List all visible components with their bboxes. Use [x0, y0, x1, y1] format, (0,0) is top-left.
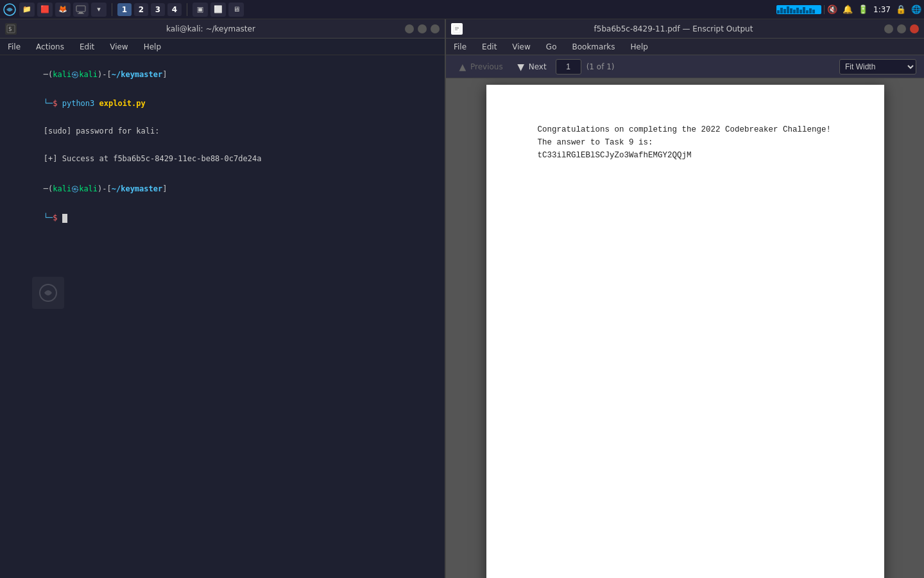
terminal-content[interactable]: ─(kali㉿kali)-[~/keymaster] └─$ python3 e…: [0, 55, 445, 578]
network-icon: 🌐: [911, 4, 921, 14]
firefox-taskbar-icon[interactable]: 🦊: [55, 3, 71, 17]
terminal-menu-actions[interactable]: Actions: [33, 41, 67, 53]
taskbar-right: 🔇 🔔 🔋 1:37 🔒 🌐: [827, 4, 921, 14]
pdf-page-info: (1 of 1): [586, 62, 615, 71]
terminal-window-controls: [405, 24, 440, 33]
pdf-window-controls: [884, 24, 919, 33]
clock: 1:37: [873, 5, 891, 14]
pdf-menu-view[interactable]: View: [509, 41, 533, 53]
svg-rect-9: [455, 28, 459, 29]
battery-icon: 🔋: [858, 4, 868, 14]
audio-indicator: [776, 5, 821, 14]
pdf-page: Congratulations on completing the 2022 C…: [486, 85, 884, 578]
terminal-title: kali@kali: ~/keymaster: [21, 24, 401, 33]
mute-icon: 🔇: [827, 4, 837, 14]
pdf-menu-file[interactable]: File: [451, 41, 469, 53]
terminal-menu-help[interactable]: Help: [141, 41, 164, 53]
terminal-close-button[interactable]: [431, 24, 440, 33]
pdf-content[interactable]: Congratulations on completing the 2022 C…: [446, 78, 924, 578]
window-taskbar-icon[interactable]: ⬜: [210, 3, 226, 17]
workspace-3[interactable]: 3: [151, 3, 165, 16]
svg-text:$: $: [8, 26, 12, 32]
svg-rect-1: [76, 6, 85, 12]
pdf-previous-button[interactable]: ▲ Previous: [454, 60, 507, 74]
terminal-line-1: ─(kali㉿kali)-[~/keymaster]: [6, 60, 438, 89]
camera-taskbar-icon[interactable]: 🟥: [37, 3, 53, 17]
terminal-line-5: ─(kali㉿kali)-[~/keymaster]: [6, 175, 438, 204]
pdf-viewer-panel: f5ba6b5c-8429-11.pdf — Enscript Output F…: [446, 19, 924, 578]
terminal-line-3: [sudo] password for kali:: [6, 118, 438, 144]
up-arrow-icon: ▲: [458, 62, 468, 72]
kali-logo-icon[interactable]: [3, 3, 17, 17]
files-taskbar-icon[interactable]: 📁: [19, 3, 35, 17]
monitor-taskbar-icon[interactable]: [73, 3, 89, 17]
pdf-titlebar: f5ba6b5c-8429-11.pdf — Enscript Output: [446, 19, 924, 39]
workspace-1[interactable]: 1: [117, 3, 132, 16]
pdf-minimize-button[interactable]: [884, 24, 893, 33]
pdf-title: f5ba6b5c-8429-11.pdf — Enscript Output: [466, 24, 880, 33]
terminal-line-6: └─$: [6, 204, 438, 232]
pdf-next-button[interactable]: ▼ Next: [512, 60, 551, 74]
notification-icon: 🔔: [843, 4, 853, 14]
terminal-menu-edit[interactable]: Edit: [77, 41, 97, 53]
terminal-minimize-button[interactable]: [405, 24, 414, 33]
pdf-page-input[interactable]: [556, 59, 581, 74]
pdf-page-text: Congratulations on completing the 2022 C…: [538, 123, 833, 162]
dropdown-taskbar-icon[interactable]: ▾: [91, 3, 107, 17]
pdf-menubar: File Edit View Go Bookmarks Help: [446, 39, 924, 55]
term-taskbar-icon[interactable]: ▣: [193, 3, 208, 17]
lock-icon: 🔒: [896, 4, 906, 14]
pdf-maximize-button[interactable]: [897, 24, 906, 33]
taskbar: 📁 🟥 🦊 ▾ 1 2 3 4 ▣ ⬜ 🖥: [0, 0, 924, 19]
terminal-menubar: File Actions Edit View Help: [0, 39, 445, 55]
workspace-4[interactable]: 4: [167, 3, 182, 16]
watermark-icon: [32, 277, 64, 309]
down-arrow-icon: ▼: [516, 62, 526, 72]
desktop-taskbar-icon[interactable]: 🖥: [228, 3, 244, 17]
terminal-titlebar: $ kali@kali: ~/keymaster: [0, 19, 445, 39]
terminal-menu-view[interactable]: View: [107, 41, 130, 53]
main-content: $ kali@kali: ~/keymaster File Actions Ed…: [0, 19, 924, 578]
workspace-2[interactable]: 2: [134, 3, 148, 16]
terminal-line-4: [+] Success at f5ba6b5c-8429-11ec-be88-0…: [6, 145, 438, 172]
pdf-menu-go[interactable]: Go: [543, 41, 560, 53]
terminal-maximize-button[interactable]: [418, 24, 427, 33]
pdf-title-icon: [451, 23, 463, 35]
pdf-zoom-select[interactable]: Fit Width 50% 75% 100% 125% 150% 200%: [839, 59, 916, 74]
pdf-menu-bookmarks[interactable]: Bookmarks: [569, 41, 617, 53]
pdf-close-button[interactable]: [910, 24, 919, 33]
terminal-panel: $ kali@kali: ~/keymaster File Actions Ed…: [0, 19, 446, 578]
terminal-line-2: └─$ python3 exploit.py: [6, 90, 438, 117]
terminal-menu-file[interactable]: File: [5, 41, 23, 53]
terminal-title-icon: $: [5, 23, 17, 35]
svg-rect-8: [455, 27, 459, 28]
pdf-menu-edit[interactable]: Edit: [479, 41, 499, 53]
pdf-toolbar: ▲ Previous ▼ Next (1 of 1) Fit Width 50%…: [446, 55, 924, 78]
svg-rect-10: [455, 30, 458, 30]
pdf-menu-help[interactable]: Help: [628, 41, 651, 53]
